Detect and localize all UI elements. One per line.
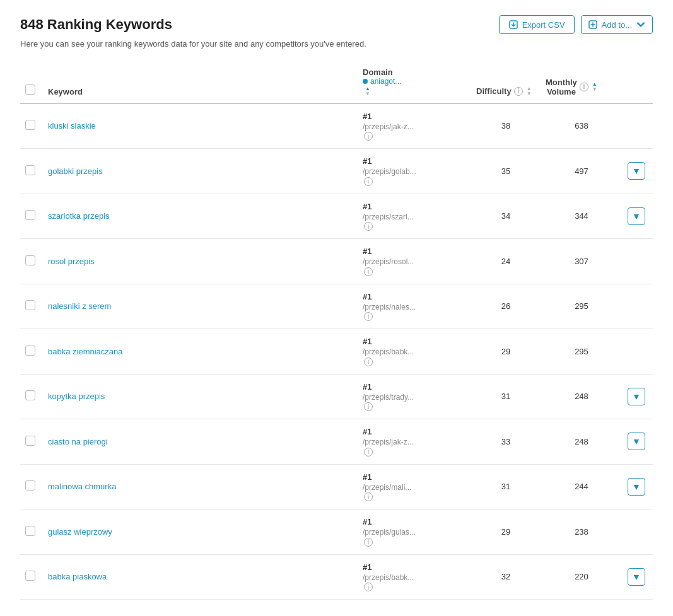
row-info-icon[interactable]: i <box>364 538 373 547</box>
select-all-header[interactable] <box>20 61 43 103</box>
difficulty-info-icon[interactable]: i <box>514 87 523 96</box>
row-keyword-cell: nalesniki z serem <box>43 284 358 329</box>
row-checkbox[interactable] <box>25 255 35 265</box>
volume-value: 238 <box>575 527 588 537</box>
keyword-link[interactable]: babka piaskowa <box>48 572 107 581</box>
add-to-button[interactable]: Add to... <box>581 15 653 34</box>
keyword-link[interactable]: kopytka przepis <box>48 392 105 401</box>
row-checkbox-cell[interactable] <box>20 509 43 555</box>
row-dropdown-button[interactable]: ▼ <box>628 388 645 405</box>
row-info-icon[interactable]: i <box>364 312 373 321</box>
row-keyword-cell: malinowa chmurka <box>43 464 358 509</box>
row-checkbox-cell[interactable] <box>20 284 43 329</box>
keyword-link[interactable]: babka ziemniaczana <box>48 347 123 356</box>
export-csv-button[interactable]: Export CSV <box>499 15 575 34</box>
select-all-checkbox[interactable] <box>25 84 35 95</box>
row-difficulty-cell: 38 <box>471 103 541 149</box>
row-checkbox[interactable] <box>25 526 35 536</box>
row-checkbox-cell[interactable] <box>20 103 43 149</box>
row-checkbox-cell[interactable] <box>20 239 43 284</box>
difficulty-value: 26 <box>501 301 510 311</box>
row-checkbox[interactable] <box>25 571 35 581</box>
keyword-link[interactable]: malinowa chmurka <box>48 482 116 491</box>
page-title: 848 Ranking Keywords <box>20 16 172 33</box>
row-checkbox-cell[interactable] <box>20 554 43 600</box>
row-action-cell: ▼ <box>623 419 653 465</box>
row-checkbox[interactable] <box>25 210 35 220</box>
row-info-icon[interactable]: i <box>364 222 373 231</box>
row-dropdown-button[interactable]: ▼ <box>628 433 645 450</box>
row-dropdown-button[interactable]: ▼ <box>628 478 645 496</box>
row-checkbox-cell[interactable] <box>20 419 43 465</box>
row-info-icon[interactable]: i <box>364 267 373 276</box>
table-row: gulasz wieprzowy #1 /przepis/gulas... i … <box>20 509 653 555</box>
col-header-action <box>623 61 653 103</box>
row-dropdown-button[interactable]: ▼ <box>628 207 645 225</box>
keyword-link[interactable]: rosol przepis <box>48 257 95 266</box>
row-checkbox-cell[interactable] <box>20 464 43 509</box>
rank-value: #1 <box>363 562 466 572</box>
row-keyword-cell: rosol przepis <box>43 239 358 284</box>
row-domain-cell: #1 /przepis/babk... i <box>358 554 471 600</box>
rank-value: #1 <box>363 427 466 436</box>
difficulty-sort-wrap: Difficulty i ▲ ▼ <box>476 86 535 96</box>
row-checkbox[interactable] <box>25 120 35 130</box>
row-checkbox[interactable] <box>25 390 35 400</box>
row-checkbox[interactable] <box>25 300 35 310</box>
row-checkbox[interactable] <box>25 480 35 491</box>
row-checkbox-cell[interactable] <box>20 329 43 375</box>
keyword-link[interactable]: golabki przepis <box>48 166 103 176</box>
domain-sub-text: aniagot... <box>370 77 401 86</box>
row-info-icon[interactable]: i <box>364 357 373 366</box>
domain-info: #1 /przepis/babk... <box>363 337 466 356</box>
row-info-icon[interactable]: i <box>364 132 373 141</box>
row-checkbox[interactable] <box>25 165 35 175</box>
path-value: /przepis/rosol... <box>363 257 466 266</box>
row-keyword-cell: ciasto na pierogi <box>43 419 358 465</box>
row-volume-cell: 220 <box>541 554 623 600</box>
path-value: /przepis/jak-z... <box>363 122 466 131</box>
path-value: /przepis/babk... <box>363 573 466 582</box>
volume-value: 248 <box>575 392 588 401</box>
row-checkbox-cell[interactable] <box>20 374 43 419</box>
keyword-link[interactable]: kluski slaskie <box>48 121 96 131</box>
row-info-icon[interactable]: i <box>364 492 373 501</box>
row-info-icon[interactable]: i <box>364 583 373 591</box>
volume-info-icon[interactable]: i <box>580 83 588 91</box>
keyword-link[interactable]: ciasto na pierogi <box>48 437 108 446</box>
row-dropdown-button[interactable]: ▼ <box>628 162 645 180</box>
rank-value: #1 <box>363 517 466 526</box>
domain-info: #1 /przepis/jak-z... <box>363 112 466 131</box>
keyword-link[interactable]: gulasz wieprzowy <box>48 527 112 537</box>
path-value: /przepis/szarl... <box>363 212 466 221</box>
row-checkbox-cell[interactable] <box>20 194 43 239</box>
difficulty-value: 31 <box>501 392 510 401</box>
keyword-link[interactable]: nalesniki z serem <box>48 301 111 311</box>
row-domain-cell: #1 /przepis/babk... i <box>358 329 471 375</box>
table-row: szarlotka przepis #1 /przepis/szarl... i… <box>20 194 653 239</box>
volume-sort-icon[interactable]: ▲ ▼ <box>592 82 597 92</box>
row-volume-cell: 295 <box>541 329 623 375</box>
volume-value: 295 <box>575 347 588 356</box>
domain-info: #1 /przepis/jak-z... <box>363 427 466 446</box>
volume-value: 638 <box>575 121 588 131</box>
row-dropdown-button[interactable]: ▼ <box>628 568 645 586</box>
plus-icon <box>588 20 598 30</box>
row-info-icon[interactable]: i <box>364 402 373 411</box>
difficulty-sort-icon[interactable]: ▲ ▼ <box>527 86 532 96</box>
difficulty-label: Difficulty <box>476 86 512 96</box>
domain-sort-icon[interactable]: ▲ ▼ <box>365 86 370 96</box>
row-checkbox-cell[interactable] <box>20 149 43 194</box>
row-checkbox[interactable] <box>25 436 35 446</box>
difficulty-value: 38 <box>501 121 510 131</box>
row-volume-cell: 248 <box>541 419 623 465</box>
row-volume-cell: 497 <box>541 149 623 194</box>
table-row: golabki przepis #1 /przepis/golab... i 3… <box>20 149 653 194</box>
row-checkbox[interactable] <box>25 346 35 356</box>
path-value: /przepis/babk... <box>363 347 466 356</box>
keyword-link[interactable]: szarlotka przepis <box>48 211 110 221</box>
row-domain-cell: #1 /przepis/jak-z... i <box>358 419 471 465</box>
table-row: rosol przepis #1 /przepis/rosol... i 24 … <box>20 239 653 284</box>
row-info-icon[interactable]: i <box>364 177 373 186</box>
row-info-icon[interactable]: i <box>364 448 373 456</box>
